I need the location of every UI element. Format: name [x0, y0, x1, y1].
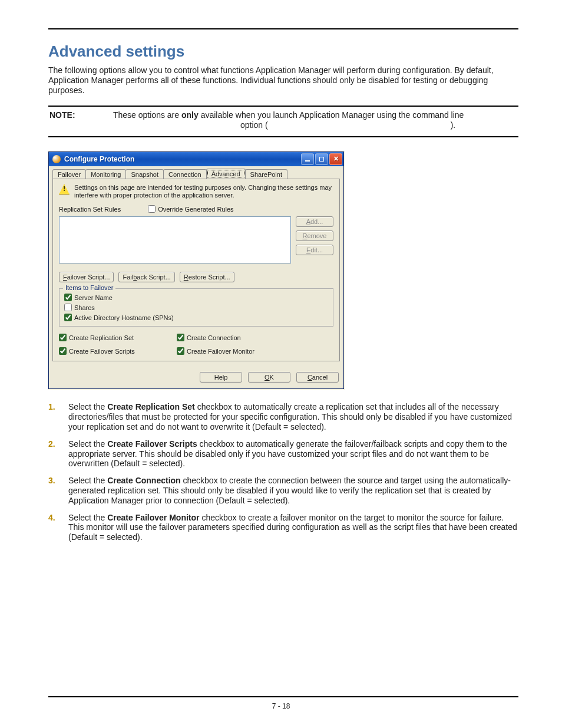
create-replication-set-checkbox[interactable]: Create Replication Set [59, 334, 165, 341]
create-failover-scripts-input[interactable] [59, 347, 67, 355]
intro-paragraph: The following options allow you to contr… [48, 65, 518, 95]
shares-checkbox[interactable]: Shares [64, 304, 328, 311]
ad-spn-checkbox[interactable]: Active Directory Hostname (SPNs) [64, 314, 328, 321]
items-to-failover-group: Items to Failover Server Name Shares Act… [59, 288, 333, 327]
rules-listbox[interactable] [59, 216, 291, 263]
app-icon [52, 155, 61, 163]
server-name-checkbox[interactable]: Server Name [64, 294, 328, 301]
failover-script-button[interactable]: Failover Script... [59, 272, 114, 282]
group-title: Items to Failover [63, 284, 115, 291]
create-failover-monitor-checkbox[interactable]: Create Failover Monitor [177, 347, 333, 355]
create-replication-set-input[interactable] [59, 334, 67, 341]
page-title: Advanced settings [48, 42, 518, 61]
tab-monitoring[interactable]: Monitoring [85, 169, 126, 179]
note-body: These options are only available when yo… [113, 110, 517, 130]
close-button[interactable] [329, 153, 342, 165]
page-footer: 7 - 18 [0, 696, 562, 710]
note-box: NOTE: These options are only available w… [48, 106, 518, 137]
failback-script-button[interactable]: Failback Script... [118, 272, 174, 282]
configure-protection-dialog: Configure Protection Failover Monitoring… [48, 151, 344, 389]
ad-spn-input[interactable] [64, 314, 72, 321]
restore-script-button[interactable]: Restore Script... [180, 272, 234, 282]
warning-icon [59, 184, 70, 195]
add-button[interactable]: Add... [296, 216, 333, 227]
create-connection-input[interactable] [177, 334, 184, 341]
note-label: NOTE: [49, 110, 99, 130]
help-button[interactable]: Help [200, 372, 242, 383]
step-2: Select the Create Failover Scripts check… [48, 439, 518, 469]
minimize-button[interactable] [301, 153, 314, 165]
server-name-input[interactable] [64, 294, 72, 301]
override-rules-checkbox[interactable]: Override Generated Rules [148, 205, 233, 213]
step-1: Select the Create Replication Set checkb… [48, 402, 518, 431]
step-4: Select the Create Failover Monitor check… [48, 513, 518, 542]
step-3: Select the Create Connection checkbox to… [48, 476, 518, 505]
tab-snapshot[interactable]: Snapshot [125, 169, 163, 179]
ok-button[interactable]: OK [248, 372, 290, 383]
create-failover-monitor-input[interactable] [177, 347, 184, 355]
edit-button[interactable]: Edit... [296, 245, 333, 255]
tab-advanced[interactable]: Advanced [206, 169, 246, 179]
window-title: Configure Protection [64, 155, 297, 163]
tab-failover[interactable]: Failover [52, 169, 86, 179]
tab-panel: Settings on this page are intended for t… [52, 179, 340, 361]
cancel-button[interactable]: Cancel [296, 372, 339, 383]
tab-connection[interactable]: Connection [163, 169, 207, 179]
create-failover-scripts-checkbox[interactable]: Create Failover Scripts [59, 347, 165, 355]
rules-label: Replication Set Rules [59, 206, 121, 213]
titlebar[interactable]: Configure Protection [49, 152, 343, 166]
tab-sharepoint[interactable]: SharePoint [245, 169, 287, 179]
create-connection-checkbox[interactable]: Create Connection [177, 334, 333, 341]
warning-text: Settings on this page are intended for t… [74, 184, 333, 199]
override-rules-input[interactable] [148, 205, 156, 213]
remove-button[interactable]: Remove [296, 230, 333, 241]
tabstrip: Failover Monitoring Snapshot Connection … [49, 166, 343, 179]
shares-input[interactable] [64, 304, 72, 311]
maximize-button[interactable] [315, 153, 328, 165]
instruction-list: Select the Create Replication Set checkb… [48, 402, 518, 542]
